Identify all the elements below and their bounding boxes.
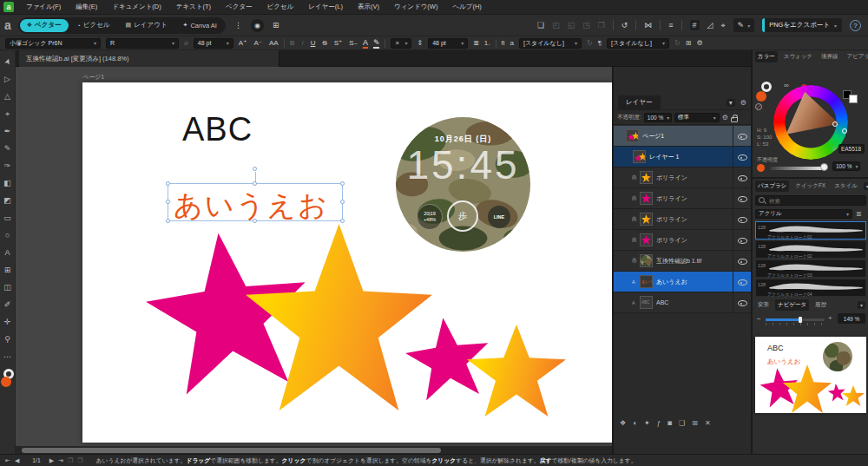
snap-move-icon[interactable]: ⌖ xyxy=(721,21,726,30)
brush-category-select[interactable]: アクリル xyxy=(755,209,852,219)
menu-document[interactable]: ドキュメント(D) xyxy=(112,3,161,11)
ellipse-tool[interactable]: ○ xyxy=(1,228,15,242)
underline-toggle[interactable]: U xyxy=(311,39,316,47)
subscript-position-icon[interactable]: A⁻ xyxy=(253,39,262,47)
layer-row-image[interactable]: 画 互換性確認b 1.tif xyxy=(614,251,751,272)
menu-edit[interactable]: 編集(E) xyxy=(76,3,97,11)
zoom-slider[interactable] xyxy=(766,318,825,321)
paragraph-align-select[interactable]: ≡ xyxy=(391,38,411,49)
tab-color[interactable]: カラー xyxy=(755,51,778,62)
bullet-list-icon[interactable]: ≣ xyxy=(473,39,479,47)
superscript-position-icon[interactable]: A⁺ xyxy=(239,39,247,47)
fill-stroke-selector[interactable] xyxy=(0,369,16,390)
color-picker-tool[interactable]: ✐ xyxy=(1,298,15,312)
add-layer-icon[interactable]: ⊞ xyxy=(692,419,698,427)
color-opacity-select[interactable]: 100 % xyxy=(832,161,860,171)
assistant-icon[interactable]: ◉ xyxy=(251,19,264,32)
zoom-slider-thumb[interactable] xyxy=(799,317,802,323)
visibility-toggle[interactable] xyxy=(733,230,751,251)
document-tab[interactable]: 互換性確認b.ai [変更済み] (148.8%) xyxy=(19,50,279,67)
layer-row-layer1[interactable]: レイヤー 1 xyxy=(614,147,751,167)
menu-text[interactable]: テキスト(T) xyxy=(176,3,211,11)
white-swatch[interactable] xyxy=(849,95,858,103)
hex-color-input[interactable] xyxy=(838,144,865,154)
brush-menu-icon[interactable]: ≣ xyxy=(856,210,862,218)
menu-file[interactable]: ファイル(F) xyxy=(26,3,61,11)
layer-row-polyline[interactable]: 曲 ポリライン xyxy=(614,230,751,251)
hue-handle[interactable] xyxy=(842,128,847,134)
brush-acrylic-02[interactable]: 128 アクリルストローク02 xyxy=(755,240,866,259)
artboard-label[interactable]: ページ1 xyxy=(82,73,104,82)
tab-appearance[interactable]: アピアランス xyxy=(845,51,868,62)
more-tools[interactable]: ⋯ xyxy=(1,350,15,364)
rotate-icon[interactable]: ↺ xyxy=(621,21,628,30)
edit-all-layers-toggle[interactable]: ❖ xyxy=(620,419,626,427)
tab-stroke[interactable]: 境界線 xyxy=(819,51,841,62)
add-page-icon[interactable]: ❐ xyxy=(68,457,73,464)
first-page-icon[interactable]: ⇤ xyxy=(5,457,10,464)
live-filter-icon[interactable]: ✦ xyxy=(644,419,650,427)
opacity-slider[interactable] xyxy=(770,167,824,170)
character-style-select[interactable]: [スタイルなし] xyxy=(519,38,582,49)
italic-toggle[interactable]: I xyxy=(301,39,303,47)
ligature-icon[interactable]: fi xyxy=(502,39,505,47)
canvas-viewport[interactable]: ページ1 ABC 10月26日 (日) 15:45 xyxy=(16,67,612,454)
selection-handle[interactable] xyxy=(253,181,257,186)
tab-transform[interactable]: 変形 xyxy=(755,299,772,311)
persona-canva-ai[interactable]: ✦ Canva AI xyxy=(176,19,224,32)
brush-search-input[interactable] xyxy=(769,198,865,204)
panel-chevron-icon[interactable]: ▾ xyxy=(864,182,868,190)
text-color-button[interactable]: A xyxy=(363,38,368,49)
view-tool[interactable]: ✛ xyxy=(1,315,15,329)
toolbar-divider[interactable] xyxy=(613,20,614,30)
toolbar-divider[interactable] xyxy=(660,20,661,30)
link-colors-icon[interactable]: ∞ xyxy=(784,82,789,89)
selection-handle[interactable] xyxy=(166,181,170,186)
layer-opacity-select[interactable]: 100 % xyxy=(644,113,672,122)
tab-history[interactable]: 履歴 xyxy=(812,299,829,311)
fill-color-swatch[interactable] xyxy=(756,91,766,102)
selection-handle[interactable] xyxy=(340,200,345,204)
layer-effects-icon[interactable]: ƒ xyxy=(657,419,661,427)
layer-row-polyline[interactable]: 曲 ポリライン xyxy=(614,209,751,230)
text-tool[interactable]: A xyxy=(1,246,15,259)
font-family-select[interactable]: 小塚ゴシック Pr6N xyxy=(5,38,101,49)
font-weight-select[interactable]: R xyxy=(106,38,179,49)
snap-grid-icon[interactable]: # xyxy=(690,20,700,30)
typography-icon[interactable]: AA xyxy=(269,39,279,47)
visibility-toggle[interactable] xyxy=(733,167,751,188)
visibility-toggle[interactable] xyxy=(733,209,751,230)
frame-tool[interactable]: ⊞ xyxy=(1,263,15,277)
horizontal-scrollbar[interactable] xyxy=(16,446,612,454)
persona-layout[interactable]: ▤ レイアウト xyxy=(119,19,174,32)
superscript-toggle[interactable]: S⁺ xyxy=(334,39,343,47)
highlight-pencil-icon[interactable]: ✎ xyxy=(373,38,380,49)
panel-settings-gear-icon[interactable]: ⚙ xyxy=(740,99,746,107)
tool-preset-dropdown[interactable]: ✎ xyxy=(733,18,755,32)
visibility-toggle[interactable] xyxy=(733,188,751,209)
tab-styles[interactable]: スタイル xyxy=(832,180,860,192)
tab-path-brush[interactable]: パスブラシ xyxy=(755,180,789,192)
tab-layers[interactable]: レイヤー xyxy=(618,95,661,109)
visibility-toggle[interactable] xyxy=(733,126,751,147)
menu-layer[interactable]: レイヤー(L) xyxy=(308,3,343,11)
duplicate-page-icon[interactable]: ❐ xyxy=(77,457,82,464)
subscript-toggle[interactable]: S₋ xyxy=(349,39,358,47)
character-style-sync-icon[interactable]: ↻ xyxy=(587,39,593,47)
pencil-tool[interactable]: ✎ xyxy=(1,141,15,155)
mask-icon[interactable]: ◙ xyxy=(667,419,672,427)
brush-acrylic-01[interactable]: 128 アクリルストローク01 xyxy=(755,221,866,240)
persona-vector[interactable]: ❖ ベクター xyxy=(20,19,69,32)
visibility-toggle[interactable] xyxy=(733,292,751,313)
selection-handle[interactable] xyxy=(166,200,170,204)
contour-tool[interactable]: △ xyxy=(1,89,15,103)
visibility-toggle[interactable] xyxy=(733,272,751,292)
aiueo-text-object[interactable]: あいうえお xyxy=(174,187,329,226)
menu-help[interactable]: ヘルプ(H) xyxy=(452,3,481,11)
paragraph-style-sync-icon[interactable]: ↻ xyxy=(674,39,681,47)
help-button[interactable]: ? xyxy=(850,20,861,31)
zoom-out-icon[interactable]: − xyxy=(757,315,761,323)
zoom-level-value[interactable]: 149 % xyxy=(838,313,865,324)
persona-more-icon[interactable]: ⋮ xyxy=(234,21,242,30)
corner-tool[interactable]: ⌖ xyxy=(1,107,15,121)
